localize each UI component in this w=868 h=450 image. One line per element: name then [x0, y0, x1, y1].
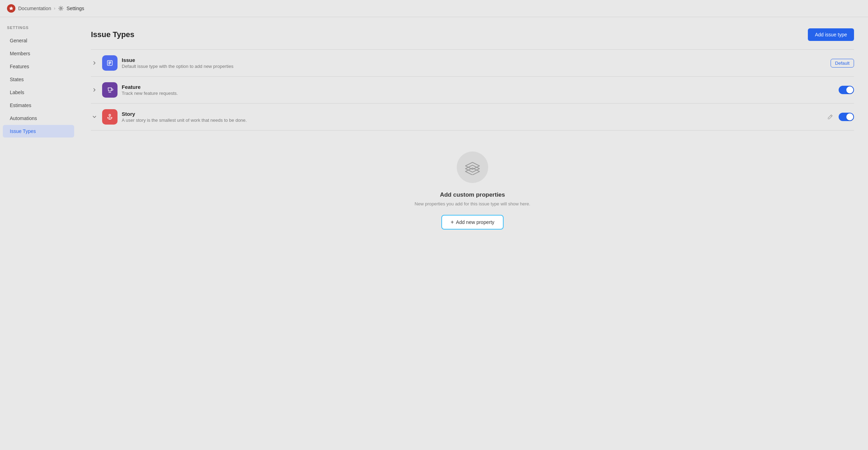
svg-line-9 — [831, 115, 832, 117]
story-name: Story — [122, 111, 822, 117]
coffee-icon — [106, 86, 114, 94]
issue-icon-issue — [102, 55, 118, 71]
empty-description: New properties you add for this issue ty… — [415, 201, 531, 206]
feature-description: Track new feature requests. — [122, 91, 834, 96]
issue-type-list: Issue Default issue type with the option… — [91, 49, 854, 131]
issue-actions-story — [826, 113, 854, 121]
issue-type-row-story: Story A user story is the smallest unit … — [91, 104, 854, 131]
layers-empty-icon — [464, 160, 481, 175]
sidebar: SETTINGS General Members Features States… — [0, 17, 77, 450]
add-property-icon: + — [450, 219, 454, 225]
breadcrumb: Documentation › Settings — [18, 6, 84, 11]
empty-icon-container — [457, 152, 488, 183]
issue-type-row-feature: Feature Track new feature requests. — [91, 77, 854, 104]
layers-icon — [106, 59, 114, 67]
sidebar-item-issue-types[interactable]: Issue Types — [3, 125, 74, 138]
svg-rect-4 — [108, 64, 110, 64]
issue-actions-feature — [839, 86, 854, 94]
sidebar-item-members[interactable]: Members — [3, 47, 74, 60]
issue-info-feature: Feature Track new feature requests. — [122, 84, 834, 96]
issue-info-issue: Issue Default issue type with the option… — [122, 57, 826, 69]
story-expand-chevron[interactable] — [91, 115, 98, 118]
story-description: A user story is the smallest unit of wor… — [122, 118, 822, 123]
app-logo[interactable] — [7, 4, 15, 13]
issue-actions-issue: Default — [831, 59, 854, 68]
issue-expand-chevron[interactable] — [91, 61, 98, 65]
feature-toggle[interactable] — [839, 86, 854, 94]
settings-label[interactable]: Settings — [66, 6, 84, 11]
anchor-icon — [106, 113, 114, 121]
svg-point-0 — [60, 8, 62, 9]
sidebar-item-states[interactable]: States — [3, 73, 74, 86]
feature-name: Feature — [122, 84, 834, 90]
main-content: Issue Types Add issue type — [77, 17, 868, 450]
sidebar-item-features[interactable]: Features — [3, 60, 74, 73]
sidebar-item-general[interactable]: General — [3, 34, 74, 47]
issue-icon-feature — [102, 82, 118, 98]
sidebar-item-labels[interactable]: Labels — [3, 86, 74, 99]
sidebar-item-automations[interactable]: Automations — [3, 112, 74, 125]
empty-state: Add custom properties New properties you… — [91, 131, 854, 244]
add-new-property-button[interactable]: + Add new property — [441, 215, 503, 230]
app-name[interactable]: Documentation — [18, 6, 51, 11]
svg-rect-2 — [108, 62, 111, 62]
sidebar-item-estimates[interactable]: Estimates — [3, 99, 74, 112]
add-property-label: Add new property — [456, 219, 495, 225]
topnav: Documentation › Settings — [0, 0, 868, 17]
empty-title: Add custom properties — [440, 191, 505, 198]
issue-type-row-issue: Issue Default issue type with the option… — [91, 49, 854, 77]
breadcrumb-separator: › — [54, 6, 55, 11]
pencil-icon — [827, 114, 833, 120]
feature-expand-chevron[interactable] — [91, 88, 98, 92]
page-title: Issue Types — [91, 30, 134, 39]
gear-icon — [58, 6, 64, 11]
svg-rect-3 — [108, 63, 111, 63]
default-badge: Default — [831, 59, 854, 68]
page-header: Issue Types Add issue type — [91, 28, 854, 41]
page-layout: SETTINGS General Members Features States… — [0, 17, 868, 450]
story-toggle[interactable] — [839, 113, 854, 121]
issue-info-story: Story A user story is the smallest unit … — [122, 111, 822, 123]
story-edit-button[interactable] — [826, 113, 834, 121]
issue-icon-story — [102, 109, 118, 125]
issue-description: Default issue type with the option to ad… — [122, 64, 826, 69]
add-issue-type-button[interactable]: Add issue type — [808, 28, 854, 41]
issue-name: Issue — [122, 57, 826, 63]
sidebar-section-label: SETTINGS — [0, 26, 77, 34]
